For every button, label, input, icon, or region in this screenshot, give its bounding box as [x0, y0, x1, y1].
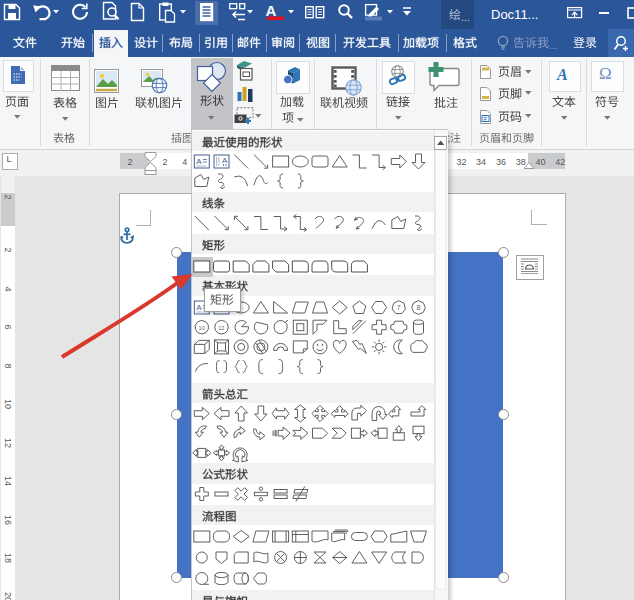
svg-text:12: 12	[218, 325, 224, 331]
svg-text:A: A	[222, 156, 228, 165]
svg-text:7: 7	[397, 304, 401, 311]
svg-text:A: A	[196, 157, 202, 166]
svg-text:8: 8	[417, 304, 421, 311]
